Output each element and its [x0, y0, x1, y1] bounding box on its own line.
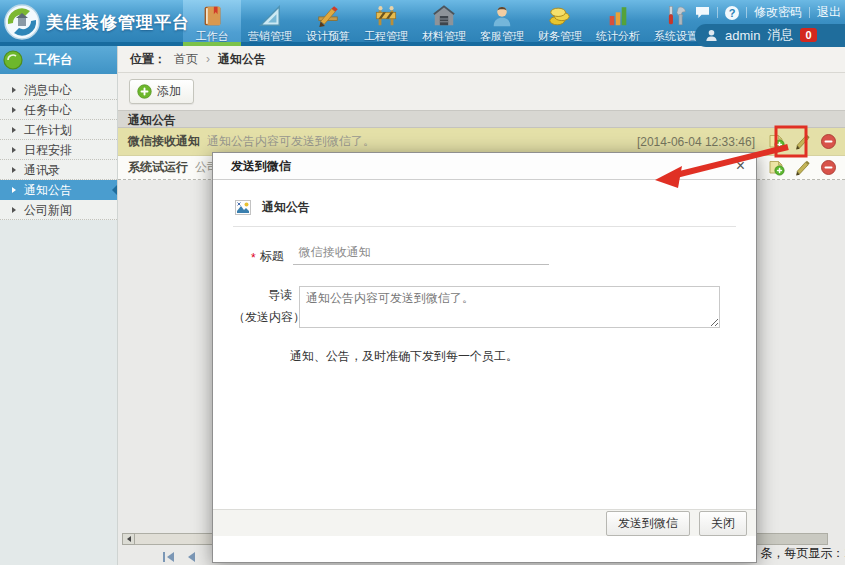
divider — [717, 7, 718, 18]
row-action-icons — [768, 133, 839, 150]
tab-label: 财务管理 — [538, 29, 582, 46]
bullet-arrow-icon — [12, 127, 16, 133]
intro-label-main: 导读 — [233, 287, 297, 304]
dialog-footer: 发送到微信 关闭 — [213, 509, 756, 536]
sidebar-item-label: 通讯录 — [24, 163, 60, 177]
tab-marketing[interactable]: 营销管理 — [241, 0, 299, 46]
top-navbar: 美佳装修管理平台 工作台 — [0, 0, 845, 46]
close-icon[interactable]: × — [736, 158, 745, 174]
add-button-label: 添加 — [157, 83, 181, 100]
dialog-titlebar[interactable]: 发送到微信 × — [213, 153, 756, 180]
bullet-arrow-icon — [12, 187, 16, 193]
tab-materials[interactable]: 材料管理 — [415, 0, 473, 46]
sidebar-header: 工作台 — [0, 46, 117, 74]
broken-image-icon — [235, 200, 251, 215]
scroll-left-button[interactable] — [122, 533, 135, 545]
app-title: 美佳装修管理平台 — [46, 11, 190, 34]
tab-label: 营销管理 — [248, 29, 292, 46]
tab-engineering[interactable]: 工程管理 — [357, 0, 415, 46]
materials-warehouse-icon — [432, 1, 456, 28]
send-to-wechat-dialog: 发送到微信 × 通知公告 * 标题 微信接收通知 导读 — [212, 152, 757, 563]
left-arrow-icon — [127, 536, 131, 542]
tab-label: 客服管理 — [480, 29, 524, 46]
intro-field-row: 导读 （发送内容） 通知公告内容可发送到微信了。 — [233, 286, 736, 328]
sidebar-item-company-news[interactable]: 公司新闻 — [0, 200, 117, 220]
tab-label: 工作台 — [196, 29, 229, 46]
bullet-arrow-icon — [12, 167, 16, 173]
toolbar: 添加 — [118, 73, 845, 110]
marketing-setsquare-icon — [258, 1, 282, 28]
sidebar-item-label: 工作计划 — [24, 123, 72, 137]
screen: 美佳装修管理平台 工作台 — [0, 0, 845, 565]
message-bubble-icon[interactable] — [695, 6, 710, 19]
tab-label: 材料管理 — [422, 29, 466, 46]
tab-workbench[interactable]: 工作台 — [183, 0, 241, 46]
dialog-section-title: 通知公告 — [262, 199, 310, 216]
user-pill: admin 消息 0 — [695, 24, 845, 47]
navbar-right: ? 修改密码 退出 admin 消息 0 — [695, 0, 845, 47]
dialog-section-header: 通知公告 — [233, 190, 736, 227]
row-action-icons — [768, 159, 839, 176]
messages-link[interactable]: 消息 — [767, 26, 793, 44]
close-dialog-button[interactable]: 关闭 — [699, 511, 747, 536]
navbar-utility-row: ? 修改密码 退出 — [695, 0, 845, 21]
breadcrumb-home-link[interactable]: 首页 — [174, 51, 198, 68]
user-icon — [705, 29, 718, 42]
tab-statistics[interactable]: 统计分析 — [589, 0, 647, 46]
message-count-badge[interactable]: 0 — [800, 28, 816, 42]
sidebar-item-task-center[interactable]: 任务中心 — [0, 100, 117, 120]
dialog-note-text: 通知、公告，及时准确下发到每一个员工。 — [290, 348, 736, 365]
title-field-label: 标题 — [260, 248, 284, 265]
send-to-wechat-icon[interactable] — [768, 159, 785, 176]
pagination-controls — [162, 551, 198, 563]
first-page-icon[interactable] — [162, 551, 176, 563]
breadcrumb-prefix: 位置： — [130, 51, 166, 68]
send-to-wechat-icon[interactable] — [768, 133, 785, 150]
workbench-book-icon — [200, 1, 224, 28]
sidebar-item-message-center[interactable]: 消息中心 — [0, 80, 117, 100]
stats-chart-icon — [606, 1, 630, 28]
edit-pencil-icon[interactable] — [794, 133, 811, 150]
sidebar-item-label: 通知公告 — [24, 183, 72, 197]
sidebar-module-icon — [3, 50, 23, 70]
notice-date: [2014-06-04 12:33:46] — [637, 135, 755, 149]
breadcrumb-current: 通知公告 — [218, 51, 266, 68]
sidebar-item-schedule[interactable]: 日程安排 — [0, 140, 117, 160]
intro-field-label: 导读 （发送内容） — [233, 286, 297, 328]
finance-coins-icon — [548, 1, 572, 28]
help-icon[interactable]: ? — [725, 6, 739, 20]
edit-pencil-icon[interactable] — [794, 159, 811, 176]
settings-tools-icon — [664, 1, 688, 28]
title-field-input[interactable]: 微信接收通知 — [293, 244, 549, 265]
divider — [809, 7, 810, 18]
sidebar: 工作台 消息中心 任务中心 工作计划 日程安排 通讯录 通知公告 公司新闻 — [0, 46, 118, 565]
tab-finance[interactable]: 财务管理 — [531, 0, 589, 46]
intro-label-sub: （发送内容） — [233, 309, 297, 326]
tab-label: 工程管理 — [364, 29, 408, 46]
delete-minus-icon[interactable] — [820, 133, 837, 150]
add-button[interactable]: 添加 — [129, 79, 194, 104]
tab-design-budget[interactable]: 设计预算 — [299, 0, 357, 46]
sidebar-item-work-plan[interactable]: 工作计划 — [0, 120, 117, 140]
tab-customer-service[interactable]: 客服管理 — [473, 0, 531, 46]
send-to-wechat-button[interactable]: 发送到微信 — [606, 511, 690, 536]
prev-page-icon[interactable] — [184, 551, 198, 563]
notice-title[interactable]: 微信接收通知 — [128, 133, 200, 150]
sidebar-item-contacts[interactable]: 通讯录 — [0, 160, 117, 180]
logout-link[interactable]: 退出 — [817, 4, 841, 21]
notice-panel-header: 通知公告 — [118, 110, 845, 128]
sidebar-item-notices[interactable]: 通知公告 — [0, 180, 117, 200]
bullet-arrow-icon — [12, 147, 16, 153]
username[interactable]: admin — [725, 28, 760, 43]
bullet-arrow-icon — [12, 207, 16, 213]
sidebar-item-label: 公司新闻 — [24, 203, 72, 217]
intro-content-textarea[interactable]: 通知公告内容可发送到微信了。 — [299, 286, 720, 328]
dialog-body: 通知公告 * 标题 微信接收通知 导读 （发送内容） 通知公告内容可发送到微信了… — [213, 180, 756, 536]
change-password-link[interactable]: 修改密码 — [754, 4, 802, 21]
notice-title[interactable]: 系统试运行 — [128, 159, 188, 176]
bullet-arrow-icon — [12, 87, 16, 93]
brand: 美佳装修管理平台 — [2, 2, 190, 42]
breadcrumb: 位置： 首页 › 通知公告 — [118, 46, 845, 73]
bullet-arrow-icon — [12, 107, 16, 113]
delete-minus-icon[interactable] — [820, 159, 837, 176]
